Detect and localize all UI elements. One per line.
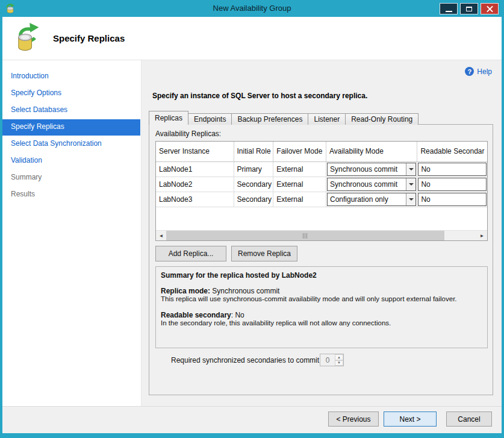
- availability-mode-cell: Configuration only: [326, 192, 417, 207]
- window-title: New Availability Group: [0, 4, 504, 13]
- failover-mode-cell: External: [273, 177, 326, 192]
- close-button[interactable]: [481, 3, 499, 14]
- initial-role-cell: Secondary: [234, 177, 274, 192]
- availability-mode-dropdown[interactable]: Synchronous commit: [327, 163, 416, 176]
- sidebar-item-specify-replicas[interactable]: Specify Replicas: [2, 119, 140, 136]
- titlebar[interactable]: New Availability Group: [0, 0, 504, 17]
- minimize-button[interactable]: [440, 3, 458, 14]
- help-icon: ?: [465, 67, 474, 76]
- replica-mode-description: This replica will use synchronous-commit…: [161, 295, 457, 302]
- sidebar-item-summary: Summary: [2, 170, 140, 186]
- spin-down-button[interactable]: ▼: [335, 360, 343, 366]
- replica-row[interactable]: LabNode2 Secondary External Synchronous …: [156, 177, 487, 192]
- sidebar-item-select-databases[interactable]: Select Databases: [2, 102, 140, 119]
- wizard-main-area: ? Help Specify an instance of SQL Server…: [142, 60, 502, 406]
- replica-summary-box: Summary for the replica hosted by LabNod…: [155, 266, 488, 348]
- spinner-buttons: ▲ ▼: [335, 354, 343, 366]
- sidebar-item-introduction[interactable]: Introduction: [2, 69, 140, 85]
- column-header-availability-mode[interactable]: Availability Mode: [326, 142, 417, 161]
- replicas-tab-panel: Availability Replicas: Server Instance I…: [149, 124, 493, 395]
- tab-backup-preferences[interactable]: Backup Preferences: [231, 113, 308, 125]
- sidebar-item-specify-options[interactable]: Specify Options: [2, 86, 140, 102]
- window-controls: [440, 3, 499, 14]
- initial-role-cell: Secondary: [234, 192, 274, 207]
- readable-secondary-dropdown[interactable]: No: [418, 163, 487, 176]
- page-title: Specify Replicas: [53, 33, 125, 43]
- required-secondaries-label: Required synchronized secondaries to com…: [171, 356, 319, 364]
- maximize-icon: [466, 7, 472, 11]
- server-instance-cell: LabNode1: [156, 162, 234, 177]
- readable-secondary-dropdown[interactable]: No: [418, 178, 487, 191]
- server-instance-cell: LabNode2: [156, 177, 234, 192]
- tab-listener[interactable]: Listener: [308, 113, 346, 125]
- instruction-text: Specify an instance of SQL Server to hos…: [152, 92, 367, 100]
- failover-mode-cell: External: [273, 192, 326, 207]
- help-label: Help: [477, 67, 492, 76]
- scroll-left-button[interactable]: ◄: [156, 231, 166, 240]
- replica-row[interactable]: LabNode1 Primary External Synchronous co…: [156, 162, 487, 177]
- column-header-initial-role[interactable]: Initial Role: [234, 142, 274, 161]
- tab-read-only-routing[interactable]: Read-Only Routing: [345, 113, 418, 125]
- scrollbar-grip-icon: [303, 233, 308, 239]
- sidebar-item-select-data-synchronization[interactable]: Select Data Synchronization: [2, 136, 140, 152]
- chevron-down-icon[interactable]: [406, 193, 415, 205]
- availability-mode-cell: Synchronous commit: [326, 177, 417, 192]
- spin-up-button[interactable]: ▲: [335, 354, 343, 360]
- window-body: Specify Replicas Introduction Specify Op…: [2, 17, 502, 433]
- maximize-button[interactable]: [460, 3, 478, 14]
- availability-replicas-grid: Server Instance Initial Role Failover Mo…: [155, 141, 488, 241]
- chevron-down-icon[interactable]: [406, 163, 415, 175]
- availability-mode-dropdown[interactable]: Configuration only: [327, 193, 416, 206]
- sidebar-item-validation[interactable]: Validation: [2, 153, 140, 169]
- horizontal-scrollbar[interactable]: ◄ ►: [156, 230, 487, 240]
- tab-endpoints[interactable]: Endpoints: [188, 113, 232, 125]
- help-link[interactable]: ? Help: [465, 67, 492, 76]
- availability-mode-dropdown[interactable]: Synchronous commit: [327, 178, 416, 191]
- required-secondaries-value[interactable]: 0: [320, 354, 335, 366]
- replica-row[interactable]: LabNode3 Secondary External Configuratio…: [156, 192, 487, 207]
- availability-replicas-label: Availability Replicas:: [155, 130, 221, 138]
- next-button[interactable]: Next >: [384, 411, 437, 427]
- scrollbar-thumb[interactable]: [166, 231, 444, 240]
- wizard-header: Specify Replicas: [2, 17, 502, 60]
- previous-button[interactable]: < Previous: [328, 411, 379, 427]
- readable-secondary-line: Readable secondary: No: [161, 311, 244, 319]
- server-instance-cell: LabNode3: [156, 192, 234, 207]
- tab-replicas[interactable]: Replicas: [149, 111, 188, 125]
- readable-secondary-cell: No: [417, 192, 487, 207]
- readable-secondary-dropdown[interactable]: No: [418, 193, 487, 206]
- availability-mode-cell: Synchronous commit: [326, 162, 417, 177]
- required-secondaries-input[interactable]: 0 ▲ ▼: [320, 354, 344, 366]
- new-availability-group-window: New Availability Group Specify Replicas …: [0, 0, 504, 438]
- remove-replica-button[interactable]: Remove Replica: [231, 246, 297, 261]
- column-header-failover-mode[interactable]: Failover Mode: [273, 142, 326, 161]
- tab-strip: Replicas Endpoints Backup Preferences Li…: [149, 111, 418, 125]
- column-header-server-instance[interactable]: Server Instance: [156, 142, 234, 161]
- minimize-icon: [446, 11, 452, 12]
- readable-secondary-description: In the secondary role, this availability…: [161, 319, 391, 327]
- availability-group-icon: [12, 22, 43, 54]
- scroll-right-button[interactable]: ►: [477, 231, 487, 240]
- chevron-down-icon[interactable]: [406, 178, 415, 190]
- summary-title: Summary for the replica hosted by LabNod…: [161, 271, 317, 280]
- sidebar-item-results: Results: [2, 187, 140, 203]
- readable-secondary-cell: No: [417, 162, 487, 177]
- grid-header-row: Server Instance Initial Role Failover Mo…: [156, 142, 487, 162]
- wizard-steps-sidebar: Introduction Specify Options Select Data…: [2, 60, 142, 406]
- add-replica-button[interactable]: Add Replica...: [155, 246, 226, 261]
- readable-secondary-cell: No: [417, 177, 487, 192]
- column-header-readable-secondary[interactable]: Readable Secondar: [417, 142, 487, 161]
- failover-mode-cell: External: [273, 162, 326, 177]
- cancel-button[interactable]: Cancel: [446, 411, 492, 427]
- initial-role-cell: Primary: [234, 162, 274, 177]
- replica-mode-line: Replica mode: Synchronous commit: [161, 287, 279, 295]
- wizard-footer: < Previous Next > Cancel: [2, 406, 502, 433]
